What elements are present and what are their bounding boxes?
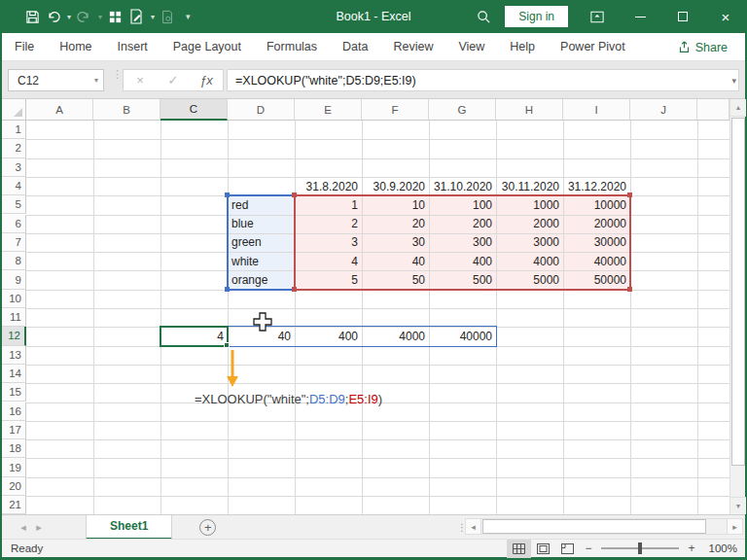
horizontal-scrollbar[interactable]: ◂ ▸ [465,518,743,535]
fill-handle[interactable] [224,342,230,348]
ribbon-tab-data[interactable]: Data [330,33,380,61]
undo-button[interactable] [46,10,60,23]
return-array-range-handle[interactable] [627,287,632,292]
sign-in-button[interactable]: Sign in [505,6,568,27]
return-array-range[interactable] [294,194,631,291]
row-header-19[interactable]: 19 [2,458,26,476]
row-header-7[interactable]: 7 [2,233,26,252]
sheet-tab-sheet1[interactable]: Sheet1 [86,515,172,540]
enter-button[interactable]: ✓ [160,73,186,88]
row-header-8[interactable]: 8 [2,252,26,270]
redo-button[interactable] [77,10,91,23]
row-header-13[interactable]: 13 [2,346,26,365]
next-sheet-arrow-icon[interactable]: ▸ [31,521,47,534]
column-header-j[interactable]: J [630,99,697,121]
ribbon-tab-view[interactable]: View [445,33,497,61]
vertical-scrollbar[interactable]: ▴ ▾ [729,99,745,514]
column-header-b[interactable]: B [93,99,160,121]
document-icon[interactable] [160,10,174,24]
cancel-button[interactable]: × [127,73,153,88]
page-break-preview-button[interactable] [555,540,580,558]
share-button[interactable]: Share [668,33,737,61]
active-cell[interactable] [160,326,229,346]
ribbon-tab-formulas[interactable]: Formulas [254,33,330,61]
return-array-range-handle[interactable] [292,287,297,292]
scroll-down-arrow-icon[interactable]: ▾ [730,497,746,514]
row-header-11[interactable]: 11 [2,308,26,327]
column-header-a[interactable]: A [26,99,93,121]
row-header-16[interactable]: 16 [2,402,26,421]
select-all-corner[interactable] [2,99,26,121]
return-array-range-handle[interactable] [292,192,297,197]
redo-chevron-icon[interactable]: ▾ [98,13,102,21]
column-header-d[interactable]: D [228,99,295,121]
row-header-4[interactable]: 4 [2,177,26,195]
document-edit-icon[interactable] [128,9,144,24]
column-header-g[interactable]: G [429,99,496,121]
vertical-scrollbar-thumb[interactable] [731,118,745,466]
search-icon[interactable] [477,10,491,24]
grid-cell-e4[interactable]: 31.8.2020 [295,177,362,195]
ribbon-tab-page-layout[interactable]: Page Layout [160,33,254,61]
row-header-21[interactable]: 21 [2,496,26,514]
row-header-10[interactable]: 10 [2,290,26,308]
expand-formula-bar-chevron-icon[interactable]: ▾ [731,76,736,86]
row-header-6[interactable]: 6 [2,215,26,233]
ribbon-display-options-button[interactable] [576,0,619,33]
column-header-i[interactable]: I [563,99,630,121]
undo-chevron-icon[interactable]: ▾ [67,13,71,21]
scroll-left-arrow-icon[interactable]: ◂ [466,519,481,534]
row-header-14[interactable]: 14 [2,365,26,383]
zoom-slider[interactable] [601,547,679,549]
return-array-range-handle[interactable] [627,192,632,197]
row-header-3[interactable]: 3 [2,158,26,177]
lookup-array-range[interactable] [227,194,296,291]
add-sheet-button[interactable]: + [199,519,216,536]
ribbon-tab-file[interactable]: File [2,33,47,61]
formula-input[interactable]: =XLOOKUP("white";D5:D9;E5:I9) [227,69,739,91]
row-header-15[interactable]: 15 [2,383,26,402]
normal-view-button[interactable] [507,540,531,558]
row-header-20[interactable]: 20 [2,477,26,496]
maximize-button[interactable] [661,0,704,33]
column-header-c[interactable]: C [160,99,228,121]
ribbon-tab-insert[interactable]: Insert [105,33,160,61]
name-box-chevron-icon[interactable]: ▾ [94,76,98,85]
grid-cell-f4[interactable]: 30.9.2020 [362,177,429,195]
ribbon-tab-help[interactable]: Help [497,33,548,61]
scroll-up-arrow-icon[interactable]: ▴ [730,99,746,117]
column-header-h[interactable]: H [496,99,563,121]
column-header-e[interactable]: E [295,99,362,121]
row-header-17[interactable]: 17 [2,421,26,439]
ribbon-tab-power-pivot[interactable]: Power Pivot [548,33,638,61]
row-header-1[interactable]: 1 [2,121,26,139]
grid-cell-i4[interactable]: 31.12.2020 [563,177,630,195]
zoom-out-button[interactable]: − [580,542,597,555]
customize-qat-chevron-icon[interactable]: ▾ [186,12,191,21]
save-icon[interactable] [25,10,40,24]
scroll-right-arrow-icon[interactable]: ▸ [727,519,742,534]
grid-view-icon[interactable] [108,10,123,24]
row-header-2[interactable]: 2 [2,139,26,158]
ribbon-tab-review[interactable]: Review [380,33,445,61]
minimize-button[interactable] [619,0,661,33]
grid-cell-h4[interactable]: 30.11.2020 [496,177,563,195]
prev-sheet-arrow-icon[interactable]: ◂ [16,521,31,534]
row-header-18[interactable]: 18 [2,439,26,458]
zoom-slider-thumb[interactable] [638,542,642,554]
grid-cell-g4[interactable]: 31.10.2020 [429,177,496,195]
row-header-12[interactable]: 12 [2,327,26,345]
page-layout-view-button[interactable] [531,540,555,558]
lookup-array-range-handle[interactable] [225,287,230,292]
zoom-in-button[interactable]: + [683,542,700,555]
row-header-9[interactable]: 9 [2,270,26,289]
insert-function-button[interactable]: ƒx [194,73,219,88]
document-edit-chevron-icon[interactable]: ▾ [151,13,155,21]
column-header-f[interactable]: F [362,99,429,121]
column-header-partial[interactable] [697,99,729,121]
horizontal-scrollbar-thumb[interactable] [482,519,706,534]
close-button[interactable]: × [704,0,747,33]
ribbon-tab-home[interactable]: Home [47,33,104,61]
lookup-array-range-handle[interactable] [225,192,230,197]
name-box[interactable]: C12 ▾ [8,69,104,91]
